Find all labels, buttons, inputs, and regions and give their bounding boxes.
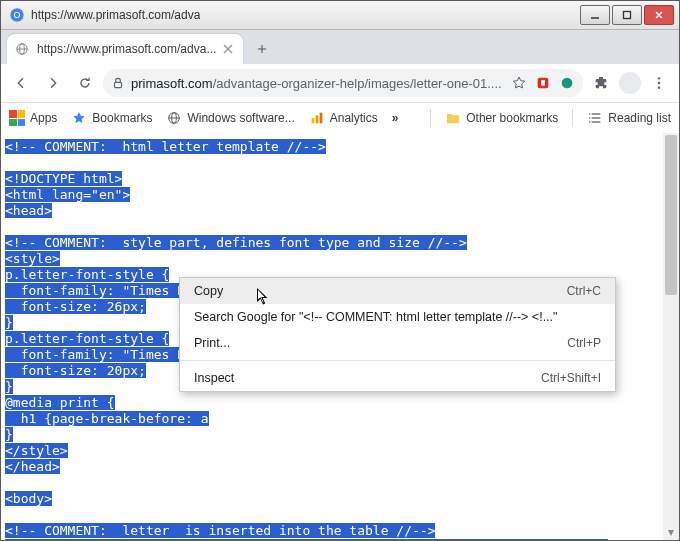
apps-icon xyxy=(9,110,25,126)
globe-icon xyxy=(166,110,182,126)
close-button[interactable] xyxy=(644,5,674,25)
reading-list-button[interactable]: Reading list xyxy=(587,110,671,126)
tab-strip: https://www.primasoft.com/adva... xyxy=(1,30,679,64)
window-title: https://www.primasoft.com/adva xyxy=(31,8,200,22)
bookmark-bookmarks[interactable]: Bookmarks xyxy=(71,110,152,126)
scroll-down-icon[interactable]: ▾ xyxy=(663,524,679,540)
bookmark-analytics[interactable]: Analytics xyxy=(309,110,378,126)
context-menu-item[interactable]: InspectCtrl+Shift+I xyxy=(180,365,615,391)
svg-rect-16 xyxy=(541,80,545,85)
app-icon xyxy=(9,7,25,23)
analytics-icon xyxy=(309,110,325,126)
folder-icon xyxy=(445,110,461,126)
bookmark-windows-software[interactable]: Windows software... xyxy=(166,110,294,126)
context-menu-item[interactable]: CopyCtrl+C xyxy=(180,278,615,304)
address-bar[interactable]: primasoft.com/advantage-organizer-help/i… xyxy=(103,69,583,97)
scroll-thumb[interactable] xyxy=(665,135,677,295)
globe-icon xyxy=(15,42,29,56)
bookmarks-bar: Apps Bookmarks Windows software... Analy… xyxy=(1,103,679,134)
extension-icon-a[interactable] xyxy=(535,75,551,91)
tab-active[interactable]: https://www.primasoft.com/adva... xyxy=(7,34,243,64)
svg-point-32 xyxy=(589,121,591,123)
menu-button[interactable] xyxy=(645,69,673,97)
svg-rect-4 xyxy=(624,12,631,19)
context-menu-item[interactable]: Search Google for "<!-- COMMENT: html le… xyxy=(180,304,615,330)
overflow-chevron[interactable]: » xyxy=(392,111,399,125)
svg-rect-25 xyxy=(315,115,318,123)
extension-icon-b[interactable] xyxy=(559,75,575,91)
svg-point-17 xyxy=(562,78,573,89)
plus-icon xyxy=(255,42,269,56)
star-icon xyxy=(71,110,87,126)
bookmark-apps[interactable]: Apps xyxy=(9,110,57,126)
lock-icon xyxy=(111,76,125,90)
tab-close-icon[interactable] xyxy=(221,42,235,56)
tab-title: https://www.primasoft.com/adva... xyxy=(37,42,221,56)
svg-point-20 xyxy=(658,86,660,88)
browser-window: https://www.primasoft.com/adva https://w… xyxy=(0,0,680,541)
context-menu: CopyCtrl+CSearch Google for "<!-- COMMEN… xyxy=(179,277,616,392)
reload-button[interactable] xyxy=(71,69,99,97)
svg-rect-26 xyxy=(319,113,322,124)
svg-point-30 xyxy=(589,113,591,115)
mouse-cursor-icon xyxy=(256,287,270,307)
back-button[interactable] xyxy=(7,69,35,97)
context-menu-item[interactable]: Print...Ctrl+P xyxy=(180,330,615,356)
context-menu-separator xyxy=(180,360,615,361)
vertical-scrollbar[interactable]: ▴ ▾ xyxy=(663,133,679,540)
svg-point-2 xyxy=(15,13,19,17)
profile-avatar[interactable] xyxy=(619,72,641,94)
svg-point-18 xyxy=(658,77,660,79)
url-text: primasoft.com/advantage-organizer-help/i… xyxy=(131,76,505,91)
svg-point-31 xyxy=(589,117,591,119)
svg-point-19 xyxy=(658,82,660,84)
bookmark-other[interactable]: Other bookmarks xyxy=(445,110,558,126)
svg-rect-14 xyxy=(115,82,122,87)
address-toolbar: primasoft.com/advantage-organizer-help/i… xyxy=(1,64,679,103)
new-tab-button[interactable] xyxy=(249,36,275,62)
os-titlebar: https://www.primasoft.com/adva xyxy=(1,1,679,30)
extensions-button[interactable] xyxy=(587,69,615,97)
maximize-button[interactable] xyxy=(612,5,642,25)
list-icon xyxy=(587,110,603,126)
forward-button[interactable] xyxy=(39,69,67,97)
minimize-button[interactable] xyxy=(580,5,610,25)
star-icon[interactable] xyxy=(511,75,527,91)
svg-rect-24 xyxy=(311,118,314,123)
